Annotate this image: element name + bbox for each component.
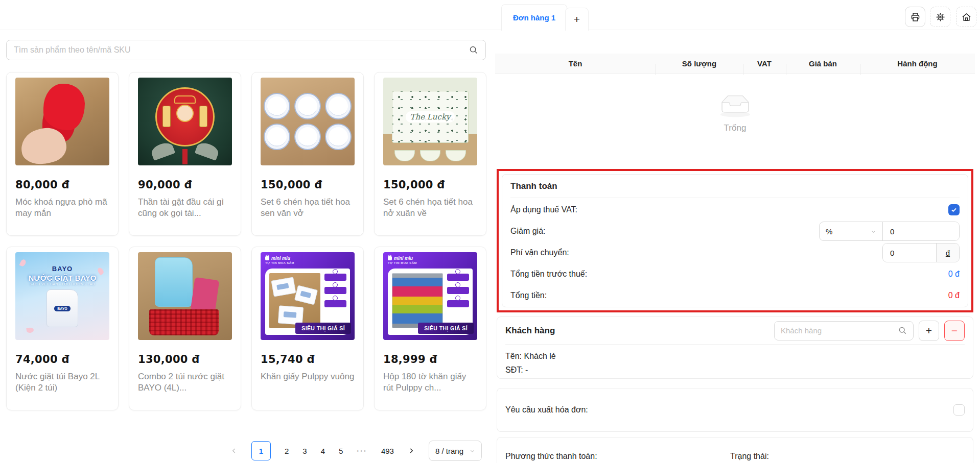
column-header-action: Hành động: [860, 59, 975, 68]
product-image-store: mini miu: [271, 256, 290, 261]
product-image-banner: SIÊU THỊ GIÁ SỈ: [418, 323, 474, 334]
total-value: 0 đ: [948, 291, 960, 300]
product-image-fortune-god-ornament: [138, 78, 232, 165]
tab-order-1-label: Đơn hàng 1: [513, 13, 555, 22]
pagination: 1 2 3 4 5 ••• 493 8 / trang: [230, 441, 482, 461]
shipping-value-input[interactable]: [883, 243, 936, 262]
customer-search-input[interactable]: [781, 326, 898, 335]
home-icon: [961, 12, 972, 22]
product-image-tagline: TỰ TIN MUA SẮM: [265, 261, 350, 264]
page-size-value: 8 / trang: [435, 447, 463, 455]
add-order-tab-button[interactable]: +: [565, 8, 589, 31]
product-price: 150,000 đ: [383, 179, 477, 191]
subtotal-value: 0 đ: [948, 270, 960, 279]
pagination-page-last[interactable]: 493: [381, 447, 394, 455]
shipping-input-group: đ: [882, 243, 960, 262]
product-price: 74,000 đ: [15, 353, 109, 365]
product-name: Set 6 chén họa tiết hoa nở xuân về: [383, 197, 477, 220]
pagination-page-4[interactable]: 4: [321, 447, 325, 455]
product-name: Nước giặt túi Bayo 2L (Kiện 2 túi): [15, 371, 109, 395]
pagination-page-1[interactable]: 1: [251, 441, 271, 460]
annotation-highlight-box: Thanh toán Áp dụng thuế VAT: Giảm giá: %: [497, 169, 973, 312]
order-panel: Tên Số lượng VAT Giá bán Hành động Trống…: [495, 30, 975, 463]
product-image-bayo-basket: [138, 252, 232, 340]
pagination-next-button[interactable]: [408, 447, 415, 454]
shipping-currency-suffix: đ: [936, 243, 959, 262]
product-card[interactable]: The Lucky 150,000 đ Set 6 chén họa tiết …: [374, 72, 486, 236]
vat-checkbox[interactable]: [948, 204, 960, 215]
product-search-input[interactable]: [14, 45, 469, 55]
customer-phone: SĐT: -: [505, 363, 965, 377]
home-button[interactable]: [956, 7, 976, 27]
product-card[interactable]: mini miu TỰ TIN MUA SẮM SIÊU THỊ GIÁ SỈ …: [374, 247, 486, 410]
product-panel: 80,000 đ Móc khoá ngựa phò mã may mắn 90…: [0, 30, 492, 463]
search-icon: [898, 326, 907, 335]
product-name: Khăn giấy Pulppy vuông: [261, 371, 355, 395]
product-image-store: mini miu: [394, 256, 413, 261]
column-header-price: Giá bán: [786, 59, 860, 68]
product-search-box: [6, 40, 486, 60]
product-image-title: NƯỚC GIẶT BAYO: [28, 274, 96, 282]
pagination-page-5[interactable]: 5: [339, 447, 343, 455]
empty-inbox-icon: [717, 94, 754, 118]
subtotal-label: Tổng tiền trước thuế:: [510, 270, 587, 279]
pagination-ellipsis[interactable]: •••: [357, 448, 367, 454]
invoice-request-section: Yêu cầu xuất hóa đơn:: [497, 388, 973, 432]
product-price: 150,000 đ: [261, 179, 355, 191]
payment-section: Thanh toán Áp dụng thuế VAT: Giảm giá: %: [502, 174, 968, 307]
customer-name: Tên: Khách lẻ: [505, 349, 965, 363]
product-name: Móc khoá ngựa phò mã may mắn: [15, 197, 109, 220]
customer-search-box: [774, 321, 914, 340]
product-card[interactable]: 130,000 đ Combo 2 túi nước giặt BAYO (4L…: [129, 247, 241, 410]
product-card[interactable]: 80,000 đ Móc khoá ngựa phò mã may mắn: [6, 72, 119, 236]
print-button[interactable]: [905, 7, 925, 27]
product-grid: 80,000 đ Móc khoá ngựa phò mã may mắn 90…: [6, 72, 486, 410]
product-image-brand: BAYO: [52, 265, 73, 273]
column-header-quantity: Số lượng: [656, 59, 743, 68]
add-customer-button[interactable]: +: [919, 321, 939, 341]
invoice-request-checkbox[interactable]: [953, 404, 965, 416]
product-image-pulppy-tissue-promo: mini miu TỰ TIN MUA SẮM SIÊU THỊ GIÁ SỈ: [261, 252, 355, 340]
payment-method-section: Phương thức thanh toán: Trạng thái:: [497, 437, 973, 463]
discount-unit-select[interactable]: %: [820, 222, 882, 240]
bag-icon: [265, 256, 269, 260]
product-name: Set 6 chén họa tiết hoa sen văn vở: [261, 197, 355, 220]
discount-label: Giảm giá:: [510, 227, 545, 236]
product-image-brand-small: BAYO: [54, 306, 71, 311]
discount-input-group: %: [819, 222, 960, 241]
settings-button[interactable]: [930, 7, 950, 27]
discount-value-input[interactable]: [883, 222, 959, 240]
customer-section: Khách hàng + − Tên: Khách lẻ SĐT: -: [497, 316, 973, 379]
product-name: Hộp 180 tờ khăn giấy rút Pulppy ch...: [383, 371, 477, 395]
discount-unit-value: %: [826, 227, 832, 236]
pagination-page-3[interactable]: 3: [302, 447, 307, 455]
pagination-prev-button[interactable]: [230, 447, 238, 454]
minus-icon: −: [951, 325, 958, 337]
product-image-bayo-detergent-ad: BAYO NƯỚC GIẶT BAYO SẠCH VẾT BẨN - LƯU H…: [15, 252, 109, 340]
product-card[interactable]: 150,000 đ Set 6 chén họa tiết hoa sen vă…: [251, 72, 364, 236]
payment-title: Thanh toán: [510, 175, 960, 198]
tab-order-1[interactable]: Đơn hàng 1: [501, 4, 567, 31]
product-price: 18,999 đ: [383, 353, 477, 365]
top-bar: Đơn hàng 1 +: [0, 0, 980, 30]
product-image-pulppy-box-promo: mini miu TỰ TIN MUA SẮM SIÊU THỊ GIÁ SỈ: [383, 252, 477, 340]
search-icon: [469, 45, 478, 55]
product-image-lucky-floral-box: The Lucky: [383, 78, 477, 165]
status-label: Trạng thái:: [730, 452, 769, 463]
total-label: Tổng tiền:: [510, 291, 547, 300]
product-card[interactable]: mini miu TỰ TIN MUA SẮM SIÊU THỊ GIÁ SỈ …: [251, 247, 364, 410]
product-card[interactable]: BAYO NƯỚC GIẶT BAYO SẠCH VẾT BẨN - LƯU H…: [6, 247, 119, 410]
product-name: Combo 2 túi nước giặt BAYO (4L)...: [138, 371, 232, 395]
remove-customer-button[interactable]: −: [944, 321, 965, 341]
chevron-down-icon: [871, 229, 876, 234]
gear-icon: [935, 12, 946, 22]
payment-method-label: Phương thức thanh toán:: [505, 452, 730, 463]
checkmark-icon: [950, 206, 958, 213]
column-header-vat: VAT: [743, 59, 786, 68]
product-image-subtitle: SẠCH VẾT BẨN - LƯU HƯƠNG LÂU: [30, 282, 96, 286]
product-card[interactable]: 90,000 đ Thần tài gật đầu cái gì cũng ok…: [129, 72, 241, 236]
printer-icon: [910, 12, 921, 22]
page-size-select[interactable]: 8 / trang: [429, 441, 482, 461]
pagination-page-2[interactable]: 2: [285, 447, 289, 455]
vat-label: Áp dụng thuế VAT:: [510, 205, 577, 214]
